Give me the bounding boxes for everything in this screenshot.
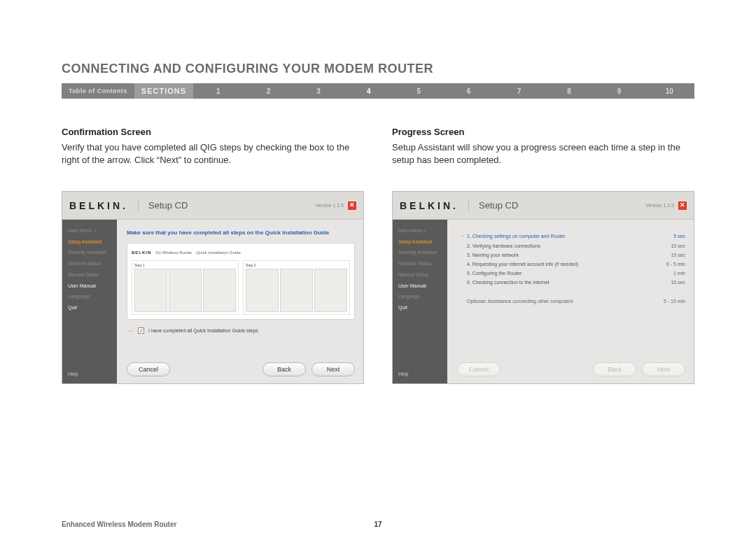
app-title: Setup CD <box>139 200 315 211</box>
progress-time: 1 min <box>653 271 685 276</box>
nav-section-5[interactable]: 5 <box>393 83 444 99</box>
arrow-icon: → <box>127 327 134 334</box>
sidebar-network-status[interactable]: Network Status <box>68 261 111 267</box>
nav-section-2[interactable]: 2 <box>244 83 294 99</box>
progress-row: 3. Naming your network15 sec <box>457 253 685 257</box>
sidebar-manual-setup[interactable]: Manual Setup <box>398 272 442 278</box>
sidebar-help[interactable]: Help <box>398 371 408 376</box>
brand-logo: BELKIN. <box>69 200 139 211</box>
close-icon[interactable]: ✕ <box>678 201 687 210</box>
sidebar-help[interactable]: Help <box>68 371 78 376</box>
progress-time: 15 sec <box>653 253 685 257</box>
page-title: CONNECTING AND CONFIGURING YOUR MODEM RO… <box>62 62 694 76</box>
sidebar-quit[interactable]: Quit <box>68 305 111 311</box>
nav-section-9[interactable]: 9 <box>594 83 645 99</box>
arrow-icon: → <box>457 232 467 239</box>
optional-label: Optional: Assistance connecting other co… <box>467 299 653 304</box>
version-label: Version 1.1.5 <box>645 203 674 208</box>
progress-row: →1. Checking settings on computer and Ro… <box>457 232 685 239</box>
progress-list: →1. Checking settings on computer and Ro… <box>457 232 685 285</box>
nav-section-4[interactable]: 4 <box>344 83 394 99</box>
confirm-checkbox[interactable]: ✓ <box>138 327 144 334</box>
nav-section-3[interactable]: 3 <box>293 83 344 99</box>
left-body: Verify that you have completed all QIG s… <box>62 141 364 166</box>
nav-section-8[interactable]: 8 <box>544 83 594 99</box>
sidebar-user-manual[interactable]: User Manual <box>68 283 111 289</box>
page-number: 17 <box>374 521 382 528</box>
confirmation-screenshot: BELKIN. Setup CD Version 1.1.5 ✕ Main Me… <box>62 191 364 384</box>
progress-label: 5. Configuring the Router <box>467 271 653 276</box>
sidebar: Main Menu > Setup Assistant Security Ass… <box>393 220 447 383</box>
cancel-button[interactable]: Cancel <box>457 362 500 376</box>
back-button[interactable]: Back <box>262 362 306 376</box>
brand-logo: BELKIN. <box>400 200 469 211</box>
nav-section-10[interactable]: 10 <box>644 83 694 99</box>
right-body: Setup Assistant will show you a progress… <box>392 141 694 166</box>
confirm-text: I have completed all Quick Installation … <box>148 328 258 333</box>
nav-section-6[interactable]: 6 <box>444 83 494 99</box>
sidebar-manual-setup[interactable]: Manual Setup <box>68 272 111 278</box>
app-title: Setup CD <box>469 200 645 211</box>
progress-row: 6. Checking connection to the internet10… <box>457 280 685 285</box>
section-nav: Table of Contents SECTIONS 12345678910 <box>62 83 694 99</box>
progress-label: 4. Requesting your internet account info… <box>467 262 653 267</box>
sidebar-user-manual[interactable]: User Manual <box>398 283 442 289</box>
progress-time: 0 - 5 min <box>653 262 685 267</box>
progress-label: 1. Checking settings on computer and Rou… <box>467 234 653 239</box>
sidebar-network-status[interactable]: Network Status <box>398 261 442 267</box>
progress-time: 5 sec <box>653 234 685 239</box>
sidebar-setup-assistant[interactable]: Setup Assistant <box>398 239 442 245</box>
version-label: Version 1.1.5 <box>315 203 344 208</box>
progress-time: 10 sec <box>653 280 685 285</box>
progress-label: 2. Verifying hardware connections <box>467 243 653 248</box>
sidebar-main-menu[interactable]: Main Menu > <box>398 228 442 234</box>
footer-title: Enhanced Wireless Modem Router <box>62 521 176 528</box>
sidebar-setup-assistant[interactable]: Setup Assistant <box>68 239 111 245</box>
qig-product: N1 Wireless Router <box>155 250 192 255</box>
qig-guide: Quick Installation Guide <box>196 250 240 255</box>
sidebar: Main Menu > Setup Assistant Security Ass… <box>62 220 117 383</box>
qig-step-1: Step 1 <box>132 260 239 315</box>
cancel-button[interactable]: Cancel <box>127 362 170 376</box>
sidebar-security-assistant[interactable]: Security Assistant <box>398 250 442 255</box>
qig-step2-title: Step 2 <box>246 263 347 267</box>
sidebar-main-menu[interactable]: Main Menu > <box>68 228 111 234</box>
progress-row: 4. Requesting your internet account info… <box>457 262 685 267</box>
close-icon[interactable]: ✕ <box>348 201 356 210</box>
nav-toc[interactable]: Table of Contents <box>62 87 134 94</box>
left-heading: Confirmation Screen <box>62 127 364 137</box>
right-heading: Progress Screen <box>392 127 694 137</box>
nav-section-7[interactable]: 7 <box>494 83 545 99</box>
progress-row: 2. Verifying hardware connections15 sec <box>457 243 685 248</box>
qig-step-2: Step 2 <box>243 260 350 315</box>
sidebar-quit[interactable]: Quit <box>398 305 442 311</box>
optional-time: 5 - 15 min <box>653 299 685 304</box>
footer: Enhanced Wireless Modem Router 17 <box>62 521 694 528</box>
nav-sections-label: SECTIONS <box>134 83 193 99</box>
qig-preview: BELKIN N1 Wireless Router Quick Installa… <box>127 243 355 320</box>
progress-screenshot: BELKIN. Setup CD Version 1.1.5 ✕ Main Me… <box>392 191 694 384</box>
next-button[interactable]: Next <box>312 362 355 376</box>
qig-step1-title: Step 1 <box>134 263 236 267</box>
sidebar-language[interactable]: Language <box>68 294 111 299</box>
progress-label: 3. Naming your network <box>467 253 653 257</box>
next-button[interactable]: Next <box>642 362 685 376</box>
instruction-text: Make sure that you have completed all st… <box>127 229 355 236</box>
progress-row: 5. Configuring the Router1 min <box>457 271 685 276</box>
progress-label: 6. Checking connection to the internet <box>467 280 653 285</box>
qig-brand: BELKIN <box>132 250 151 255</box>
nav-section-1[interactable]: 1 <box>193 83 244 99</box>
sidebar-language[interactable]: Language <box>398 294 442 299</box>
progress-time: 15 sec <box>653 243 685 248</box>
sidebar-security-assistant[interactable]: Security Assistant <box>68 250 111 255</box>
back-button[interactable]: Back <box>593 362 636 376</box>
